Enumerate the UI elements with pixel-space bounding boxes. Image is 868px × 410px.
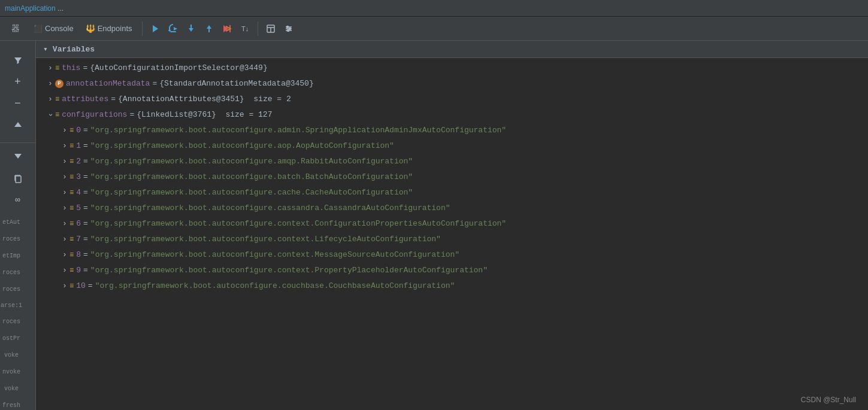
stack-item-roces2[interactable]: roces bbox=[0, 264, 23, 281]
svg-marker-2 bbox=[174, 27, 177, 31]
var-eq: = bbox=[83, 62, 87, 75]
var-row-conf-3[interactable]: ›≡3 = "org.springframework.boot.autoconf… bbox=[36, 169, 868, 185]
variables-panel[interactable]: ▾ Variables ›≡this = {AutoConfigurationI… bbox=[36, 41, 868, 410]
var-eq: = bbox=[83, 124, 88, 137]
var-name: this bbox=[62, 62, 80, 75]
svg-marker-17 bbox=[14, 122, 22, 127]
step-into-button[interactable] bbox=[183, 21, 199, 37]
stack-item-etImp[interactable]: etImp bbox=[0, 247, 23, 264]
expand-arrow[interactable]: › bbox=[60, 139, 69, 153]
settings-button[interactable] bbox=[281, 21, 297, 37]
add-watch-button[interactable]: + bbox=[7, 72, 29, 92]
field-icon: ≡ bbox=[69, 139, 74, 153]
var-row-conf-0[interactable]: ›≡0 = "org.springframework.boot.autoconf… bbox=[36, 123, 868, 138]
stack-item-roces1[interactable]: roces bbox=[0, 230, 23, 247]
stack-item-roces4[interactable]: roces bbox=[0, 313, 23, 330]
var-value: {AnnotationAttributes@3451} bbox=[118, 93, 244, 106]
field-icon: ≡ bbox=[69, 186, 74, 199]
field-icon: ≡ bbox=[69, 155, 74, 168]
var-row-configurations[interactable]: ›≡configurations = {LinkedList@3761} siz… bbox=[36, 107, 868, 123]
expand-arrow[interactable]: › bbox=[60, 171, 69, 184]
stack-item-ostPr[interactable]: ostPr bbox=[0, 330, 23, 347]
var-eq: = bbox=[83, 233, 88, 246]
debugger-settings-icon[interactable]: 器 bbox=[5, 20, 26, 38]
var-name: 5 bbox=[76, 202, 81, 215]
var-eq: = bbox=[88, 280, 93, 293]
remove-watch-button[interactable]: − bbox=[7, 93, 29, 114]
console-tab[interactable]: ⬛ Console bbox=[29, 22, 78, 35]
var-value: "org.springframework.boot.autoconfigure.… bbox=[90, 248, 459, 262]
expand-arrow[interactable]: › bbox=[60, 124, 69, 137]
var-value: "org.springframework.boot.autoconfigure.… bbox=[90, 139, 394, 153]
stack-item-roces3[interactable]: roces bbox=[0, 281, 23, 297]
var-eq: = bbox=[83, 264, 88, 277]
var-row-conf-7[interactable]: ›≡7 = "org.springframework.boot.autoconf… bbox=[36, 232, 868, 247]
separator-1 bbox=[142, 22, 143, 36]
field-icon: ≡ bbox=[55, 93, 59, 106]
svg-point-14 bbox=[286, 26, 288, 28]
var-value: "org.springframework.boot.autoconfigure.… bbox=[90, 124, 506, 137]
filter-icon[interactable] bbox=[7, 50, 29, 71]
var-row-conf-4[interactable]: ›≡4 = "org.springframework.boot.autoconf… bbox=[36, 185, 868, 201]
var-row-attributes[interactable]: ›≡attributes = {AnnotationAttributes@345… bbox=[36, 92, 868, 107]
move-up-button[interactable] bbox=[7, 115, 29, 135]
step-out-button[interactable] bbox=[201, 21, 217, 37]
var-eq: = bbox=[83, 139, 88, 153]
var-value: "org.springframework.boot.autoconfigure.… bbox=[90, 233, 441, 246]
var-row-this[interactable]: ›≡this = {AutoConfigurationImportSelecto… bbox=[36, 60, 868, 76]
svg-marker-0 bbox=[153, 25, 158, 32]
collapse-arrow[interactable]: › bbox=[44, 110, 57, 120]
var-name: 2 bbox=[76, 155, 81, 168]
var-name: 8 bbox=[76, 248, 81, 262]
var-row-conf-1[interactable]: ›≡1 = "org.springframework.boot.autoconf… bbox=[36, 138, 868, 154]
resume-button[interactable] bbox=[147, 21, 163, 37]
expand-arrow[interactable]: › bbox=[46, 93, 55, 106]
var-value: "org.springframework.boot.autoconfigure.… bbox=[90, 155, 413, 168]
main-layout: + − ∞ etAut bbox=[0, 41, 868, 410]
var-value: "org.springframework.boot.autoconfigure.… bbox=[90, 171, 413, 184]
stack-item-voke3[interactable]: voke bbox=[0, 380, 23, 397]
expand-arrow[interactable]: › bbox=[60, 217, 69, 230]
var-value: "org.springframework.boot.autoconfigure.… bbox=[90, 186, 413, 199]
var-row-conf-10[interactable]: ›≡10 = "org.springframework.boot.autocon… bbox=[36, 278, 868, 294]
watch-icon[interactable]: ∞ bbox=[7, 190, 29, 210]
var-name: 6 bbox=[76, 217, 81, 230]
stack-item-voke1[interactable]: voke bbox=[0, 347, 23, 363]
var-row-annotationMetadata[interactable]: ›PannotationMetadata = {StandardAnnotati… bbox=[36, 76, 868, 92]
stack-item-nvoke2[interactable]: nvoke bbox=[0, 363, 23, 380]
evaluate-button[interactable]: T↓ bbox=[237, 21, 253, 37]
expand-arrow[interactable]: › bbox=[46, 62, 55, 75]
field-icon: ≡ bbox=[55, 62, 59, 75]
expand-arrow[interactable]: › bbox=[60, 155, 69, 168]
stack-item-fresh1[interactable]: fresh bbox=[0, 397, 23, 410]
var-row-conf-9[interactable]: ›≡9 = "org.springframework.boot.autoconf… bbox=[36, 263, 868, 278]
copy-icon[interactable] bbox=[7, 168, 29, 189]
var-row-conf-5[interactable]: ›≡5 = "org.springframework.boot.autoconf… bbox=[36, 201, 868, 216]
watermark: CSDN @Str_Null bbox=[801, 396, 856, 404]
var-eq: = bbox=[83, 248, 88, 262]
run-to-cursor-button[interactable] bbox=[219, 21, 235, 37]
expand-arrow[interactable]: › bbox=[60, 186, 69, 199]
expand-arrow[interactable]: › bbox=[60, 248, 69, 262]
stack-item-etAut[interactable]: etAut bbox=[0, 214, 23, 230]
var-row-conf-8[interactable]: ›≡8 = "org.springframework.boot.autoconf… bbox=[36, 247, 868, 263]
sidebar-controls: + − bbox=[0, 41, 35, 140]
restore-layout-button[interactable] bbox=[263, 21, 279, 37]
expand-arrow[interactable]: › bbox=[60, 202, 69, 215]
step-over-button[interactable] bbox=[165, 21, 181, 37]
move-down-button[interactable] bbox=[7, 145, 29, 166]
var-value: {LinkedList@3761} bbox=[137, 108, 216, 122]
expand-arrow[interactable]: › bbox=[46, 77, 55, 90]
endpoints-tab[interactable]: 🔱 Endpoints bbox=[81, 22, 137, 35]
stack-item-arse[interactable]: arse:1 bbox=[0, 297, 23, 313]
var-row-conf-6[interactable]: ›≡6 = "org.springframework.boot.autoconf… bbox=[36, 216, 868, 232]
var-name: 0 bbox=[76, 124, 81, 137]
collapse-variables-button[interactable]: ▾ bbox=[43, 44, 48, 54]
var-row-conf-2[interactable]: ›≡2 = "org.springframework.boot.autoconf… bbox=[36, 154, 868, 169]
var-name: attributes bbox=[62, 93, 108, 106]
expand-arrow[interactable]: › bbox=[60, 233, 69, 246]
expand-arrow[interactable]: › bbox=[60, 280, 69, 293]
svg-marker-4 bbox=[189, 28, 193, 32]
expand-arrow[interactable]: › bbox=[60, 264, 69, 277]
left-panel-items: ∞ etAut roces etImp roces roces arse:1 r… bbox=[0, 142, 35, 410]
